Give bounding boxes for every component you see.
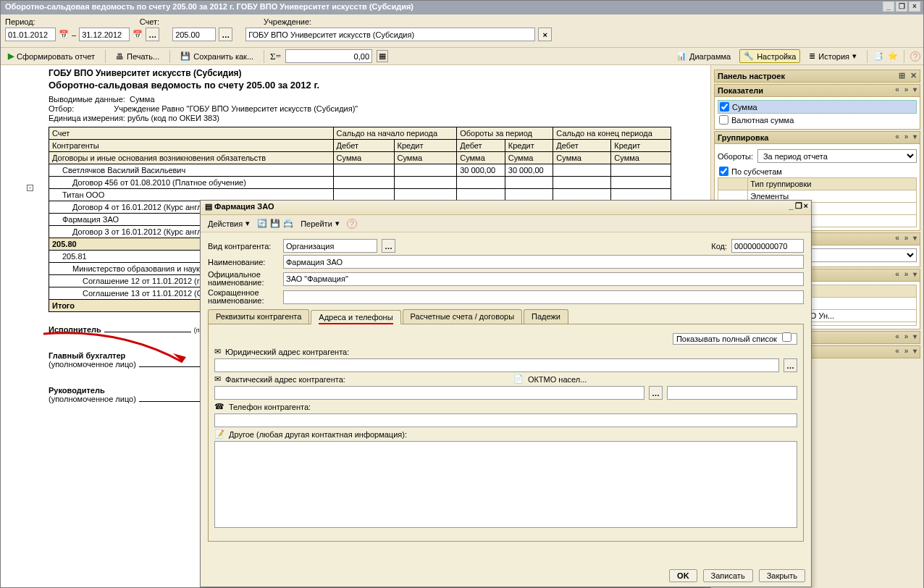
sokr-input[interactable] [283, 290, 804, 304]
sigma-icon: Σ= [270, 51, 281, 62]
help-icon[interactable]: ? [347, 219, 357, 229]
period-to-input[interactable] [79, 28, 130, 41]
tab-padezhi[interactable]: Падежи [524, 309, 568, 324]
expand-icon[interactable]: ⊞ [899, 71, 907, 80]
uchr-label: Учреждение: [264, 17, 311, 26]
schet-ellipsis-button[interactable]: … [219, 28, 232, 41]
tel-input[interactable] [214, 413, 797, 427]
doc-icon: 📄 [513, 374, 524, 384]
uchr-clear-button[interactable]: × [538, 28, 552, 41]
pokazateli-header[interactable]: Показатели« » ▾ [714, 84, 920, 97]
note-icon: 📝 [214, 429, 224, 439]
tree-toggle[interactable]: - [27, 185, 33, 191]
phone-icon: ☎ [214, 402, 224, 411]
maximize-icon[interactable]: ❐ [896, 1, 907, 12]
modal-close-icon[interactable]: × [804, 201, 808, 211]
envelope-icon: ✉ [214, 347, 221, 356]
diagram-button[interactable]: 📊Диаграмма [672, 49, 735, 63]
uchr-input[interactable] [245, 28, 535, 41]
main-titlebar: Оборотно-сальдовая ведомость по счету 20… [1, 1, 923, 14]
play-icon: ▶ [8, 51, 14, 61]
contractor-modal: ▤ Фармация ЗАО _ ❐ × Действия ▾ 🔄 💾 📇 Пе… [200, 200, 812, 587]
modal-max-icon[interactable]: ❐ [795, 201, 802, 211]
minimize-icon[interactable]: _ [883, 1, 894, 12]
naim-input[interactable] [283, 255, 804, 269]
card-icon[interactable]: 📇 [283, 219, 293, 228]
schet-label: Счет: [140, 17, 159, 26]
form-report-button[interactable]: ▶ Сформировать отчет [4, 49, 99, 63]
table-row[interactable]: Титан ООО [49, 189, 671, 201]
table-row[interactable]: Договор 456 от 01.08.2010 (Платное обуче… [49, 177, 671, 189]
jur-address-input[interactable] [214, 358, 779, 372]
save-icon[interactable]: 💾 [270, 219, 280, 228]
tab-scheta[interactable]: Расчетные счета / договоры [403, 309, 523, 324]
sum-input[interactable] [285, 49, 372, 63]
ok-button[interactable]: OK [669, 569, 697, 582]
jur-ellipsis[interactable]: … [784, 358, 797, 372]
posub-checkbox[interactable]: По субсчетам [718, 165, 917, 177]
help-icon[interactable]: ? [910, 51, 920, 62]
settings-button[interactable]: 🔧Настройка [739, 49, 800, 63]
panel-title: Панель настроек ⊞ ✕ [714, 70, 920, 83]
report-title: Оборотно-сальдовая ведомость по счету 20… [49, 80, 706, 91]
save-as-button[interactable]: 💾 Сохранить как... [176, 49, 258, 63]
vid-input[interactable] [283, 239, 377, 253]
fav2-icon[interactable]: ⭐ [888, 51, 898, 61]
calendar-icon[interactable]: 📅 [59, 30, 69, 39]
calendar-icon[interactable]: 📅 [133, 30, 143, 39]
goto-menu[interactable]: Перейти ▾ [296, 217, 344, 230]
tab-adresa[interactable]: Адреса и телефоны [311, 310, 400, 324]
envelope-icon: ✉ [214, 374, 221, 384]
kod-input[interactable] [731, 239, 804, 253]
list-icon: ≣ [809, 51, 815, 61]
refresh-icon[interactable]: 🔄 [257, 219, 267, 228]
grp-header[interactable]: Группировка« » ▾ [714, 131, 920, 144]
calc-icon[interactable]: ▦ [377, 50, 388, 62]
oboroty-select[interactable]: За период отчета [757, 149, 917, 163]
summa-checkbox[interactable]: Сумма [718, 100, 917, 114]
fakt-ellipsis[interactable]: … [649, 386, 663, 400]
modal-title: Фармация ЗАО [214, 202, 274, 211]
schet-input[interactable] [172, 28, 216, 41]
period-label: Период: [5, 17, 35, 26]
table-row[interactable]: Светлячков Василий Васильевич30 000,0030… [49, 164, 671, 177]
printer-icon: 🖶 [116, 52, 124, 61]
write-button[interactable]: Записать [703, 569, 753, 582]
vid-ellipsis[interactable]: … [382, 239, 395, 253]
report-org: ГОБУ ВПО Университет искусств (Субсидия) [49, 68, 706, 78]
history-button[interactable]: ≣История▾ [805, 49, 861, 63]
close-icon[interactable]: × [909, 1, 920, 12]
period-ellipsis-button[interactable]: … [146, 28, 159, 41]
fulllist-checkbox[interactable]: Показывать полный список [673, 333, 797, 345]
doc-icon: ▤ [205, 202, 212, 211]
toolbar: ▶ Сформировать отчет 🖶 Печать... 💾 Сохра… [1, 47, 923, 65]
valsum-checkbox[interactable]: Валютная сумма [718, 114, 917, 126]
close-panel-icon[interactable]: ✕ [910, 71, 918, 80]
period-from-input[interactable] [5, 28, 56, 41]
wrench-icon: 🔧 [744, 51, 754, 61]
main-title: Оборотно-сальдовая ведомость по счету 20… [5, 2, 413, 11]
fakt-address-input[interactable] [214, 386, 644, 400]
disk-icon: 💾 [180, 51, 190, 61]
chart-icon: 📊 [676, 51, 686, 61]
params-panel: Период: Счет: Учреждение: 📅 – 📅 … … × [1, 14, 923, 47]
modal-min-icon[interactable]: _ [789, 201, 793, 211]
tab-rekvizity[interactable]: Реквизиты контрагента [208, 309, 309, 324]
other-textarea[interactable] [214, 441, 797, 528]
actions-menu[interactable]: Действия ▾ [203, 217, 254, 230]
ofnaim-input[interactable] [283, 272, 804, 286]
print-button[interactable]: 🖶 Печать... [112, 50, 164, 63]
fav-icon[interactable]: 📑 [873, 51, 883, 61]
close-button[interactable]: Закрыть [759, 569, 805, 582]
oktmo-input[interactable] [667, 386, 797, 400]
